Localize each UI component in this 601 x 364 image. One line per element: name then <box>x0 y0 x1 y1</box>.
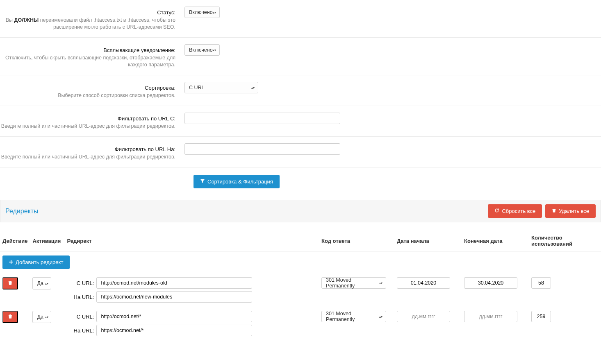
chevron-updown-icon: ▴▾ <box>213 49 216 51</box>
status-label: Статус: <box>0 9 175 16</box>
usage-count-input[interactable] <box>531 311 551 322</box>
popup-help: Отключить, чтобы скрыть всплывающие подс… <box>0 54 175 68</box>
label-col-filter-from: Фильтровать по URL С: Введите полный или… <box>0 113 184 130</box>
filter-icon <box>200 179 205 185</box>
plus-icon <box>9 259 13 265</box>
trash-icon <box>552 208 556 214</box>
url-from-label: C URL: <box>67 280 94 286</box>
status-help-post: переименовали файл .htaccess.txt в .htac… <box>39 17 175 30</box>
col-code: Код ответа <box>319 231 394 251</box>
sort-label: Сортировка: <box>0 84 175 92</box>
response-code-value: 301 Moved Permanently <box>326 277 377 289</box>
row-sort: Сортировка: Выберите способ сортировки с… <box>0 75 601 106</box>
chevron-updown-icon: ▴▾ <box>379 282 382 284</box>
col-end: Конечная дата <box>462 231 529 251</box>
trash-icon <box>8 314 13 320</box>
url-from-input[interactable] <box>96 277 252 289</box>
chevron-updown-icon: ▴▾ <box>45 283 48 285</box>
row-sort-filter-action: Сортировка & Фильтрация <box>0 167 601 196</box>
col-start: Дата начала <box>394 231 462 251</box>
status-help-pre: Вы <box>6 17 14 23</box>
delete-row-button[interactable] <box>2 311 18 323</box>
label-col-popup: Всплывающие уведомление: Отключить, чтоб… <box>0 44 184 68</box>
panel-title: Редиректы <box>5 208 39 215</box>
start-date-input[interactable] <box>397 311 450 322</box>
col-activation: Активация <box>30 231 64 251</box>
add-row: Добавить редирект <box>0 251 601 274</box>
sort-select[interactable]: C URL ▴▾ <box>184 82 258 93</box>
filter-from-label: Фильтровать по URL С: <box>0 115 175 122</box>
delete-row-button[interactable] <box>2 277 18 289</box>
url-to-label: На URL: <box>67 294 94 300</box>
response-code-select[interactable]: 301 Moved Permanently▴▾ <box>321 277 386 289</box>
redirects-table: Действие Активация Редирект Код ответа Д… <box>0 231 601 340</box>
filter-to-label: Фильтровать по URL На: <box>0 146 175 153</box>
add-redirect-label: Добавить редирект <box>16 259 63 265</box>
activation-select[interactable]: Да▴▾ <box>32 311 51 323</box>
response-code-value: 301 Moved Permanently <box>326 311 377 322</box>
chevron-updown-icon: ▴▾ <box>379 316 382 318</box>
end-date-input[interactable] <box>464 277 517 289</box>
popup-label: Всплывающие уведомление: <box>0 47 175 54</box>
activation-value: Да <box>37 314 43 320</box>
delete-all-label: Удалить все <box>559 208 589 214</box>
activation-select[interactable]: Да▴▾ <box>32 277 51 289</box>
col-redirect: Редирект <box>64 231 319 251</box>
table-row: Да▴▾ C URL: На URL: 301 Moved Permanentl… <box>0 307 601 340</box>
sort-filter-button[interactable]: Сортировка & Фильтрация <box>194 175 280 188</box>
status-help-bold: ДОЛЖНЫ <box>14 17 39 23</box>
svg-rect-1 <box>9 262 13 262</box>
col-action: Действие <box>0 231 30 251</box>
col-count: Количество использований <box>529 231 601 251</box>
sort-filter-button-label: Сортировка & Фильтрация <box>207 179 273 185</box>
response-code-select[interactable]: 301 Moved Permanently▴▾ <box>321 311 386 322</box>
sort-select-value: C URL <box>189 85 205 90</box>
url-to-input[interactable] <box>96 291 252 303</box>
delete-all-button[interactable]: Удалить все <box>545 204 596 218</box>
filter-to-input[interactable] <box>184 143 340 155</box>
end-date-input[interactable] <box>464 311 517 322</box>
url-to-input[interactable] <box>96 325 252 336</box>
table-row: Да▴▾ C URL: На URL: 301 Moved Permanentl… <box>0 273 601 307</box>
chevron-updown-icon: ▴▾ <box>213 11 216 14</box>
status-select-value: Включено <box>189 9 213 15</box>
url-from-input[interactable] <box>96 311 252 322</box>
filter-from-input[interactable] <box>184 113 340 124</box>
popup-select-value: Включено <box>189 47 213 53</box>
usage-count-input[interactable] <box>531 277 551 289</box>
label-col-status: Статус: Вы ДОЛЖНЫ переименовали файл .ht… <box>0 7 184 31</box>
add-redirect-button[interactable]: Добавить редирект <box>2 255 70 269</box>
sort-help: Выберите способ сортировки списка редире… <box>0 92 175 99</box>
start-date-input[interactable] <box>397 277 450 289</box>
row-popup: Всплывающие уведомление: Отключить, чтоб… <box>0 38 601 75</box>
filter-from-help: Введите полный или частичный URL-адрес д… <box>0 123 175 130</box>
status-select[interactable]: Включено ▴▾ <box>184 7 220 18</box>
label-col-filter-to: Фильтровать по URL На: Введите полный ил… <box>0 143 184 161</box>
url-from-label: C URL: <box>67 314 94 320</box>
row-status: Статус: Вы ДОЛЖНЫ переименовали файл .ht… <box>0 0 601 38</box>
reset-all-label: Сбросить все <box>502 208 535 214</box>
refresh-icon <box>494 208 499 214</box>
status-help: Вы ДОЛЖНЫ переименовали файл .htaccess.t… <box>0 17 175 31</box>
panel-heading-redirects: Редиректы Сбросить все Удалить все <box>0 200 601 222</box>
activation-value: Да <box>37 280 43 286</box>
filter-to-help: Введите полный или частичный URL-адрес д… <box>0 154 175 161</box>
trash-icon <box>8 280 13 287</box>
url-to-label: На URL: <box>67 328 94 334</box>
label-col-sort: Сортировка: Выберите способ сортировки с… <box>0 82 184 99</box>
chevron-updown-icon: ▴▾ <box>45 316 48 318</box>
reset-all-button[interactable]: Сбросить все <box>488 204 542 218</box>
popup-select[interactable]: Включено ▴▾ <box>184 44 220 56</box>
chevron-updown-icon: ▴▾ <box>251 87 255 89</box>
row-filter-to: Фильтровать по URL На: Введите полный ил… <box>0 137 601 167</box>
row-filter-from: Фильтровать по URL С: Введите полный или… <box>0 106 601 137</box>
